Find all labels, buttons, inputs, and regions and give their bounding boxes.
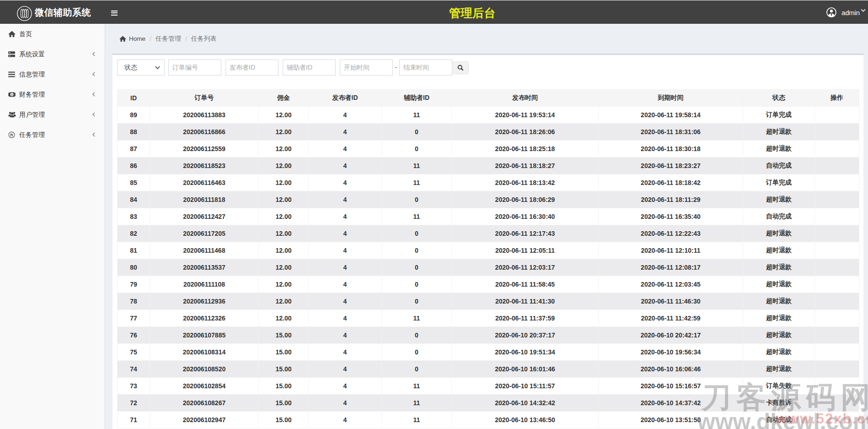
svg-text:R: R	[10, 133, 13, 137]
